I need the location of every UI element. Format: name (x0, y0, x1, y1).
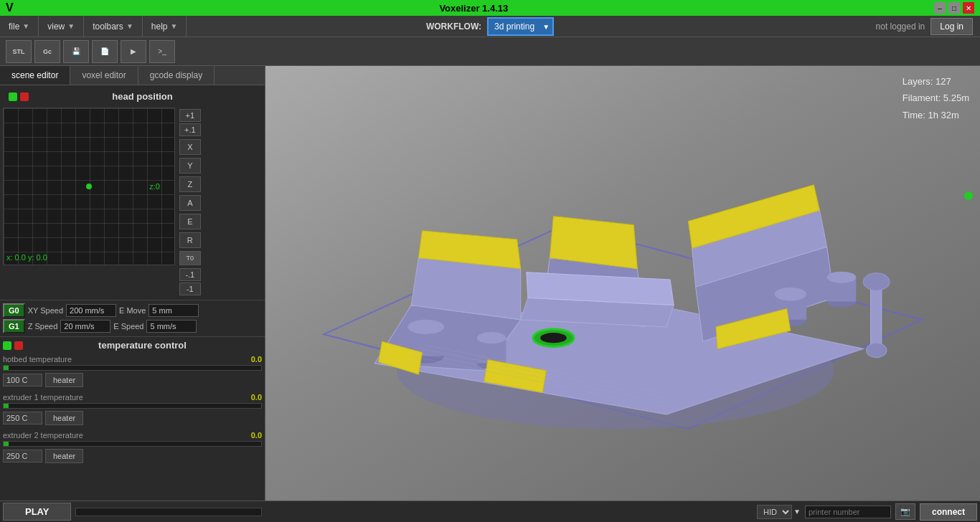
e-speed-label: E Speed (113, 322, 143, 331)
g0-button[interactable]: G0 (3, 303, 25, 318)
3d-viewport[interactable]: Layers: 127 Filament: 5.25m Time: 1h 32m (265, 66, 980, 500)
extruder1-temp-input[interactable] (3, 412, 42, 424)
red-indicator (20, 92, 29, 101)
step-minus1-button[interactable]: -1 (179, 283, 201, 295)
e-button[interactable]: E (179, 214, 201, 229)
z-position-label: z:0 (149, 182, 160, 191)
xy-position-label: x: 0.0 y: 0.0 (6, 253, 47, 262)
stl-icon-button[interactable]: STL (6, 40, 32, 63)
svg-point-15 (407, 320, 444, 334)
svg-point-18 (477, 332, 507, 343)
head-position-content: z:0 x: 0.0 y: 0.0 +1 +.1 X Y Z A (3, 108, 262, 297)
temp-section-header: temperature control (3, 340, 262, 351)
extruder1-temp-row: extruder 1 temperature 0.0 heater (3, 393, 262, 425)
extruder1-heater-button[interactable]: heater (45, 411, 83, 425)
printer-connection-area: HID ▼ 📷 connect (757, 503, 977, 521)
temp-green-indicator (3, 341, 11, 350)
save-icon: 💾 (72, 47, 80, 55)
viewport-background: Layers: 127 Filament: 5.25m Time: 1h 32m (265, 66, 980, 500)
extruder2-temp-bar (4, 442, 9, 446)
printer-number-input[interactable] (805, 506, 891, 518)
minimize-button[interactable]: – (934, 2, 946, 14)
xy-speed-input[interactable] (66, 304, 116, 317)
preview-icon-button[interactable]: ▶ (121, 40, 146, 63)
menu-file[interactable]: file ▼ (0, 16, 39, 37)
hotbed-temp-header: hotbed temperature 0.0 (3, 355, 262, 364)
position-dot (86, 184, 92, 189)
icon-toolbar: STL Gc 💾 📄 ▶ >_ (0, 37, 980, 66)
extruder2-temp-row: extruder 2 temperature 0.0 heater (3, 431, 262, 463)
screenshot-save-button[interactable]: 📷 (895, 503, 915, 520)
x-axis-button[interactable]: X (179, 139, 201, 155)
e-move-input[interactable] (149, 304, 199, 317)
e-speed-input[interactable] (146, 320, 197, 333)
view-arrow-icon: ▼ (67, 22, 75, 30)
y-axis-button[interactable]: Y (179, 158, 201, 174)
preview-icon: ▶ (131, 47, 136, 55)
export-icon-button[interactable]: 📄 (92, 40, 118, 63)
g1-button[interactable]: G1 (3, 319, 25, 333)
maximize-button[interactable]: □ (948, 2, 960, 14)
3d-model-svg (265, 66, 980, 500)
tab-scene-editor[interactable]: scene editor (0, 66, 70, 85)
position-grid[interactable]: z:0 x: 0.0 y: 0.0 (3, 108, 175, 265)
bottom-bar: PLAY HID ▼ 📷 connect (0, 500, 980, 522)
auth-status: not logged in (876, 22, 925, 32)
z-axis-button[interactable]: Z (179, 176, 201, 192)
extruder2-heater-button[interactable]: heater (45, 449, 83, 463)
extruder2-temp-header: extruder 2 temperature 0.0 (3, 431, 262, 440)
temp-red-indicator (14, 341, 23, 350)
workflow-select-container[interactable]: 3d printing ▼ (487, 17, 554, 36)
a-axis-button[interactable]: A (179, 195, 201, 211)
hotbed-temp-input[interactable] (3, 374, 42, 386)
g-buttons: G0 G1 (3, 303, 25, 333)
workflow-area: WORKFLOW: 3d printing ▼ (426, 17, 554, 36)
svg-point-31 (863, 273, 890, 290)
extruder1-temp-controls: heater (3, 411, 262, 425)
step-minus01-button[interactable]: -.1 (179, 268, 201, 281)
extruder1-temp-label: extruder 1 temperature (3, 393, 83, 402)
extruder1-temp-value: 0.0 (251, 393, 262, 402)
temp-indicators (3, 341, 23, 350)
gcode-icon-button[interactable]: Gc (34, 40, 60, 63)
hotbed-heater-button[interactable]: heater (45, 373, 83, 387)
progress-bar-container (75, 508, 262, 516)
head-position-title: head position (29, 91, 256, 102)
temperature-title: temperature control (23, 340, 262, 351)
extruder2-temp-controls: heater (3, 449, 262, 463)
step-plus01-button[interactable]: +.1 (179, 123, 201, 136)
app-title: Voxelizer 1.4.13 (14, 3, 934, 14)
hotbed-temp-controls: heater (3, 373, 262, 387)
hid-select[interactable]: HID (757, 505, 792, 519)
t0-button[interactable]: T0 (179, 251, 201, 265)
extruder2-temp-bar-container (3, 441, 262, 447)
z-speed-row: Z Speed E Speed (28, 320, 199, 333)
login-button[interactable]: Log in (930, 18, 973, 35)
r-button[interactable]: R (179, 232, 201, 248)
tab-voxel-editor[interactable]: voxel editor (70, 66, 138, 85)
step-plus1-button[interactable]: +1 (179, 109, 201, 122)
svg-point-21 (774, 288, 806, 300)
left-panel: scene editor voxel editor gcode display … (0, 66, 265, 500)
extruder1-temp-bar-container (3, 403, 262, 409)
extruder2-temp-label: extruder 2 temperature (3, 431, 83, 440)
connect-button[interactable]: connect (920, 503, 977, 521)
terminal-icon-button[interactable]: >_ (149, 40, 175, 63)
menu-help[interactable]: help ▼ (143, 16, 187, 37)
close-button[interactable]: ✕ (963, 2, 974, 14)
play-button[interactable]: PLAY (3, 503, 71, 521)
hotbed-temp-row: hotbed temperature 0.0 heater (3, 355, 262, 387)
z-speed-input[interactable] (60, 320, 110, 333)
menu-view[interactable]: view ▼ (39, 16, 84, 37)
menu-toolbars[interactable]: toolbars ▼ (84, 16, 143, 37)
tab-gcode-display[interactable]: gcode display (138, 66, 215, 85)
save-icon-button[interactable]: 💾 (63, 40, 89, 63)
extruder2-temp-input[interactable] (3, 450, 42, 462)
svg-point-29 (540, 333, 567, 343)
step-buttons-bottom: -.1 -1 (179, 268, 201, 295)
menubar: file ▼ view ▼ toolbars ▼ help ▼ WORKFLOW… (0, 16, 980, 37)
temperature-control-section: temperature control hotbed temperature 0… (0, 337, 265, 500)
speed-controls-inner: G0 G1 XY Speed E Move Z Speed E Speed (3, 303, 199, 333)
app-logo: V (6, 1, 14, 14)
export-icon: 📄 (100, 47, 109, 55)
